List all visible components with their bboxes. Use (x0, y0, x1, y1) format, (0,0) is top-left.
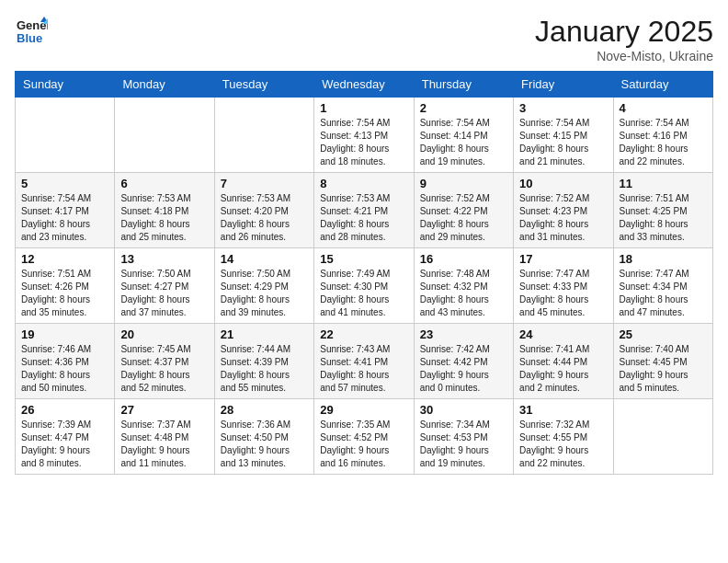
day-info: Sunrise: 7:40 AM Sunset: 4:45 PM Dayligh… (620, 343, 707, 395)
calendar-cell: 1Sunrise: 7:54 AM Sunset: 4:13 PM Daylig… (314, 98, 414, 173)
day-number: 8 (320, 177, 407, 190)
week-row-2: 5Sunrise: 7:54 AM Sunset: 4:17 PM Daylig… (16, 173, 713, 248)
day-number: 2 (420, 101, 507, 115)
day-number: 30 (420, 403, 507, 417)
day-info: Sunrise: 7:37 AM Sunset: 4:48 PM Dayligh… (120, 419, 208, 470)
day-info: Sunrise: 7:47 AM Sunset: 4:33 PM Dayligh… (519, 268, 607, 319)
logo: General Blue (15, 15, 48, 48)
day-number: 6 (120, 177, 208, 190)
calendar-cell: 4Sunrise: 7:54 AM Sunset: 4:16 PM Daylig… (613, 98, 712, 173)
day-number: 15 (320, 252, 407, 266)
day-info: Sunrise: 7:50 AM Sunset: 4:29 PM Dayligh… (221, 268, 308, 319)
weekday-header-wednesday: Wednesday (314, 72, 414, 98)
day-number: 10 (519, 177, 607, 190)
day-number: 17 (519, 252, 607, 266)
calendar-cell: 15Sunrise: 7:49 AM Sunset: 4:30 PM Dayli… (314, 248, 414, 324)
weekday-header-saturday: Saturday (613, 72, 712, 98)
calendar-cell (115, 98, 214, 173)
calendar-cell: 16Sunrise: 7:48 AM Sunset: 4:32 PM Dayli… (414, 248, 513, 324)
day-info: Sunrise: 7:54 AM Sunset: 4:15 PM Dayligh… (519, 117, 607, 168)
day-info: Sunrise: 7:44 AM Sunset: 4:39 PM Dayligh… (221, 343, 308, 395)
location: Nove-Misto, Ukraine (535, 49, 713, 63)
weekday-header-thursday: Thursday (414, 72, 513, 98)
calendar-cell: 19Sunrise: 7:46 AM Sunset: 4:36 PM Dayli… (16, 324, 115, 399)
day-info: Sunrise: 7:34 AM Sunset: 4:53 PM Dayligh… (420, 419, 507, 470)
day-number: 20 (120, 327, 208, 341)
calendar-cell: 13Sunrise: 7:50 AM Sunset: 4:27 PM Dayli… (115, 248, 214, 324)
calendar-cell: 12Sunrise: 7:51 AM Sunset: 4:26 PM Dayli… (16, 248, 115, 324)
day-number: 14 (221, 252, 308, 266)
svg-text:Blue: Blue (17, 31, 42, 45)
day-info: Sunrise: 7:47 AM Sunset: 4:34 PM Dayligh… (620, 268, 707, 319)
day-number: 27 (120, 403, 208, 417)
calendar-cell: 23Sunrise: 7:42 AM Sunset: 4:42 PM Dayli… (414, 324, 513, 399)
calendar-cell: 29Sunrise: 7:35 AM Sunset: 4:52 PM Dayli… (314, 399, 414, 475)
day-info: Sunrise: 7:48 AM Sunset: 4:32 PM Dayligh… (420, 268, 507, 319)
day-info: Sunrise: 7:51 AM Sunset: 4:26 PM Dayligh… (21, 268, 108, 319)
calendar-cell: 25Sunrise: 7:40 AM Sunset: 4:45 PM Dayli… (613, 324, 712, 399)
calendar-cell: 14Sunrise: 7:50 AM Sunset: 4:29 PM Dayli… (214, 248, 313, 324)
weekday-header-tuesday: Tuesday (214, 72, 313, 98)
day-info: Sunrise: 7:32 AM Sunset: 4:55 PM Dayligh… (519, 419, 607, 470)
month-title: January 2025 (535, 15, 713, 49)
calendar-table: SundayMondayTuesdayWednesdayThursdayFrid… (15, 71, 713, 475)
day-info: Sunrise: 7:50 AM Sunset: 4:27 PM Dayligh… (120, 268, 208, 319)
day-info: Sunrise: 7:52 AM Sunset: 4:22 PM Dayligh… (420, 192, 507, 244)
title-block: January 2025 Nove-Misto, Ukraine (535, 15, 713, 63)
day-info: Sunrise: 7:35 AM Sunset: 4:52 PM Dayligh… (320, 419, 407, 470)
day-info: Sunrise: 7:36 AM Sunset: 4:50 PM Dayligh… (221, 419, 308, 470)
calendar-cell: 18Sunrise: 7:47 AM Sunset: 4:34 PM Dayli… (613, 248, 712, 324)
calendar-cell (16, 98, 115, 173)
day-info: Sunrise: 7:53 AM Sunset: 4:21 PM Dayligh… (320, 192, 407, 244)
weekday-header-friday: Friday (514, 72, 613, 98)
weekday-header-monday: Monday (115, 72, 214, 98)
calendar-cell: 10Sunrise: 7:52 AM Sunset: 4:23 PM Dayli… (514, 173, 613, 248)
day-number: 19 (21, 327, 108, 341)
calendar-cell (214, 98, 313, 173)
week-row-3: 12Sunrise: 7:51 AM Sunset: 4:26 PM Dayli… (16, 248, 713, 324)
day-number: 5 (21, 177, 108, 190)
day-info: Sunrise: 7:41 AM Sunset: 4:44 PM Dayligh… (519, 343, 607, 395)
calendar-cell: 6Sunrise: 7:53 AM Sunset: 4:18 PM Daylig… (115, 173, 214, 248)
calendar-cell: 9Sunrise: 7:52 AM Sunset: 4:22 PM Daylig… (414, 173, 513, 248)
day-info: Sunrise: 7:54 AM Sunset: 4:13 PM Dayligh… (320, 117, 407, 168)
day-number: 18 (620, 252, 707, 266)
calendar-cell: 28Sunrise: 7:36 AM Sunset: 4:50 PM Dayli… (214, 399, 313, 475)
calendar-cell: 30Sunrise: 7:34 AM Sunset: 4:53 PM Dayli… (414, 399, 513, 475)
week-row-1: 1Sunrise: 7:54 AM Sunset: 4:13 PM Daylig… (16, 98, 713, 173)
day-info: Sunrise: 7:42 AM Sunset: 4:42 PM Dayligh… (420, 343, 507, 395)
day-info: Sunrise: 7:54 AM Sunset: 4:16 PM Dayligh… (620, 117, 707, 168)
calendar-cell (613, 399, 712, 475)
day-number: 4 (620, 101, 707, 115)
day-number: 12 (21, 252, 108, 266)
calendar-cell: 8Sunrise: 7:53 AM Sunset: 4:21 PM Daylig… (314, 173, 414, 248)
day-number: 23 (420, 327, 507, 341)
day-info: Sunrise: 7:39 AM Sunset: 4:47 PM Dayligh… (21, 419, 108, 470)
weekday-header-sunday: Sunday (16, 72, 115, 98)
day-info: Sunrise: 7:53 AM Sunset: 4:18 PM Dayligh… (120, 192, 208, 244)
calendar-cell: 7Sunrise: 7:53 AM Sunset: 4:20 PM Daylig… (214, 173, 313, 248)
weekday-header-row: SundayMondayTuesdayWednesdayThursdayFrid… (16, 72, 713, 98)
day-info: Sunrise: 7:45 AM Sunset: 4:37 PM Dayligh… (120, 343, 208, 395)
day-number: 29 (320, 403, 407, 417)
calendar-cell: 22Sunrise: 7:43 AM Sunset: 4:41 PM Dayli… (314, 324, 414, 399)
day-info: Sunrise: 7:43 AM Sunset: 4:41 PM Dayligh… (320, 343, 407, 395)
calendar-cell: 3Sunrise: 7:54 AM Sunset: 4:15 PM Daylig… (514, 98, 613, 173)
week-row-4: 19Sunrise: 7:46 AM Sunset: 4:36 PM Dayli… (16, 324, 713, 399)
calendar-cell: 24Sunrise: 7:41 AM Sunset: 4:44 PM Dayli… (514, 324, 613, 399)
day-number: 3 (519, 101, 607, 115)
day-info: Sunrise: 7:54 AM Sunset: 4:14 PM Dayligh… (420, 117, 507, 168)
day-info: Sunrise: 7:49 AM Sunset: 4:30 PM Dayligh… (320, 268, 407, 319)
day-number: 25 (620, 327, 707, 341)
day-number: 13 (120, 252, 208, 266)
calendar-cell: 31Sunrise: 7:32 AM Sunset: 4:55 PM Dayli… (514, 399, 613, 475)
calendar-cell: 27Sunrise: 7:37 AM Sunset: 4:48 PM Dayli… (115, 399, 214, 475)
calendar-cell: 21Sunrise: 7:44 AM Sunset: 4:39 PM Dayli… (214, 324, 313, 399)
week-row-5: 26Sunrise: 7:39 AM Sunset: 4:47 PM Dayli… (16, 399, 713, 475)
day-info: Sunrise: 7:51 AM Sunset: 4:25 PM Dayligh… (620, 192, 707, 244)
calendar-cell: 2Sunrise: 7:54 AM Sunset: 4:14 PM Daylig… (414, 98, 513, 173)
day-info: Sunrise: 7:53 AM Sunset: 4:20 PM Dayligh… (221, 192, 308, 244)
day-info: Sunrise: 7:54 AM Sunset: 4:17 PM Dayligh… (21, 192, 108, 244)
logo-icon: General Blue (15, 15, 48, 48)
day-info: Sunrise: 7:46 AM Sunset: 4:36 PM Dayligh… (21, 343, 108, 395)
